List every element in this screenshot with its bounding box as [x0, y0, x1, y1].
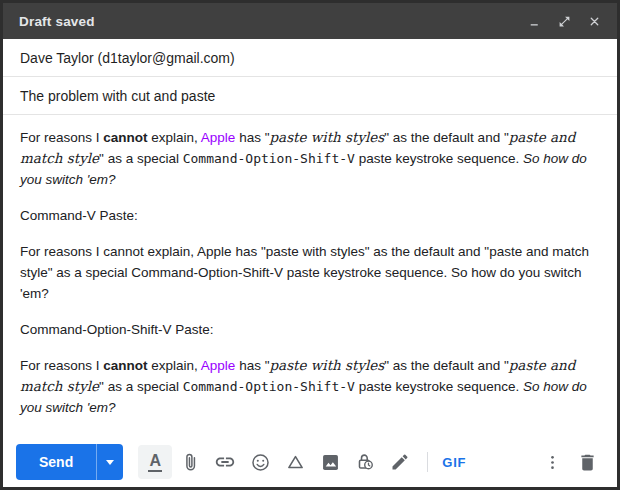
minimize-icon — [528, 15, 541, 28]
paperclip-icon — [180, 452, 201, 473]
more-options-button[interactable] — [535, 445, 569, 479]
subject-field[interactable]: The problem with cut and paste — [3, 77, 617, 115]
message-body[interactable]: For reasons I cannot explain, Apple has … — [3, 115, 617, 437]
open-in-full-icon — [558, 15, 571, 28]
heading-command-v: Command-V Paste: — [20, 205, 600, 226]
send-split-button: Send — [16, 444, 123, 480]
recipient-field[interactable]: Dave Taylor (d1taylor@gmail.com) — [3, 39, 617, 77]
emoji-smiley-icon — [250, 452, 271, 473]
window-controls — [528, 15, 601, 28]
send-button[interactable]: Send — [16, 444, 96, 480]
photo-icon — [320, 452, 341, 473]
insert-emoji-button[interactable] — [243, 445, 277, 479]
insert-photo-button[interactable] — [313, 445, 347, 479]
pen-icon — [390, 452, 410, 472]
vertical-dots-icon — [543, 453, 562, 472]
toolbar-divider — [427, 452, 428, 472]
lock-clock-icon — [354, 451, 376, 473]
insert-gif-button[interactable]: GIF — [438, 455, 470, 470]
formatting-options-button[interactable]: A — [138, 445, 172, 479]
attach-files-button[interactable] — [173, 445, 207, 479]
send-options-button[interactable] — [96, 444, 123, 480]
heading-command-option-shift-v: Command-Option-Shift-V Paste: — [20, 319, 600, 340]
insert-signature-button[interactable] — [383, 445, 417, 479]
subject-value: The problem with cut and paste — [20, 88, 215, 104]
link-icon — [214, 451, 236, 473]
formatting-a-icon: A — [148, 453, 162, 472]
close-icon — [588, 15, 601, 28]
discard-draft-button[interactable] — [570, 445, 604, 479]
popout-button[interactable] — [558, 15, 571, 28]
drive-triangle-icon — [285, 452, 306, 473]
minimize-button[interactable] — [528, 15, 541, 28]
compose-window: Draft saved Dave Taylor (d1taylor@gmail.… — [0, 0, 620, 490]
insert-from-drive-button[interactable] — [278, 445, 312, 479]
close-button[interactable] — [588, 15, 601, 28]
chevron-down-icon — [106, 460, 114, 465]
trash-icon — [577, 452, 598, 473]
recipient-value: Dave Taylor (d1taylor@gmail.com) — [20, 50, 235, 66]
draft-status-text: Draft saved — [19, 14, 95, 29]
confidential-mode-button[interactable] — [348, 445, 382, 479]
compose-toolbar: Send A — [3, 437, 617, 487]
styled-paragraph-2: For reasons I cannot explain, Apple has … — [20, 355, 600, 418]
styled-paragraph-1: For reasons I cannot explain, Apple has … — [20, 127, 600, 190]
insert-link-button[interactable] — [208, 445, 242, 479]
compose-titlebar[interactable]: Draft saved — [3, 3, 617, 39]
plain-paragraph: For reasons I cannot explain, Apple has … — [20, 241, 600, 304]
